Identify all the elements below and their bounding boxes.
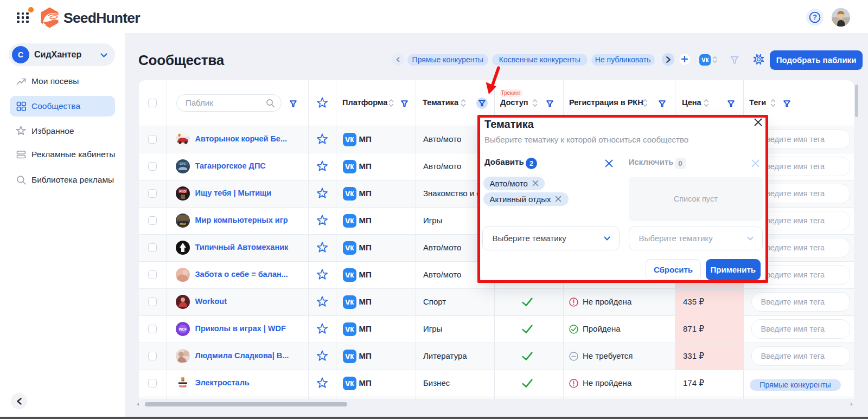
svg-text:?: ? [813,14,817,21]
svg-text:DPS: DPS [180,162,186,165]
svg-text:WDF: WDF [179,327,187,331]
svg-text:МКИ: МКИ [180,222,186,225]
svg-text:ИЩУ: ИЩУ [180,190,187,193]
